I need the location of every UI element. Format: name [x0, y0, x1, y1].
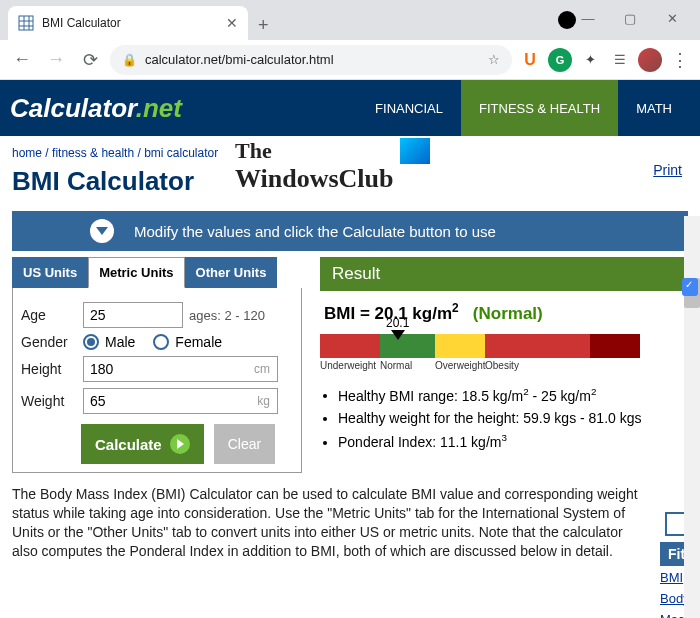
minimize-button[interactable]: — [568, 4, 608, 32]
age-hint: ages: 2 - 120 [189, 308, 265, 323]
main-nav: FINANCIAL FITNESS & HEALTH MATH [357, 80, 690, 136]
female-label: Female [175, 334, 222, 350]
weight-label: Weight [21, 393, 77, 409]
tab-us-units[interactable]: US Units [12, 257, 88, 288]
nav-fitness-health[interactable]: FITNESS & HEALTH [461, 80, 618, 136]
result-panel: Result BMI = 20.1 kg/m2 (Normal) 20.1 Un… [320, 257, 688, 473]
calculate-button[interactable]: Calculate [81, 424, 204, 464]
reading-list-icon[interactable]: ☰ [608, 48, 632, 72]
bullet-ponderal: Ponderal Index: 11.1 kg/m3 [338, 431, 688, 453]
logo-main: Calculator [10, 93, 136, 123]
female-radio[interactable] [153, 334, 169, 350]
result-header: Result [320, 257, 688, 291]
scale-obesity [485, 334, 590, 358]
content-header: home / fitness & health / bmi calculator… [0, 136, 700, 211]
tab-title: BMI Calculator [42, 16, 218, 30]
vertical-scrollbar[interactable] [684, 216, 700, 618]
print-link[interactable]: Print [653, 162, 682, 178]
instruction-banner: Modify the values and click the Calculat… [12, 211, 688, 251]
crumb-home[interactable]: home [12, 146, 42, 160]
lock-icon: 🔒 [122, 53, 137, 67]
site-logo[interactable]: Calculator.net [10, 93, 182, 124]
star-icon[interactable]: ☆ [488, 52, 500, 67]
bullet-healthy-range: Healthy BMI range: 18.5 kg/m2 - 25 kg/m2 [338, 385, 688, 407]
svg-rect-0 [19, 16, 33, 30]
result-status: (Normal) [473, 304, 543, 323]
watermark-text: The WindowsClub [235, 138, 394, 194]
nav-financial[interactable]: FINANCIAL [357, 80, 461, 136]
crumb-page[interactable]: bmi calculator [144, 146, 218, 160]
tab-close-icon[interactable]: ✕ [226, 15, 238, 31]
browser-menu-icon[interactable]: ⋮ [668, 48, 692, 72]
tab-metric-units[interactable]: Metric Units [88, 257, 184, 288]
male-radio[interactable] [83, 334, 99, 350]
height-input[interactable] [83, 356, 278, 382]
result-value: BMI = 20.1 kg/m2 (Normal) [320, 291, 688, 330]
male-label: Male [105, 334, 135, 350]
tab-other-units[interactable]: Other Units [185, 257, 278, 288]
chevron-down-circle-icon[interactable] [90, 219, 114, 243]
address-bar[interactable]: 🔒 calculator.net/bmi-calculator.html ☆ [110, 45, 512, 75]
logo-net: .net [136, 93, 182, 123]
nav-math[interactable]: MATH [618, 80, 690, 136]
forward-button[interactable]: → [42, 46, 70, 74]
height-label: Height [21, 361, 77, 377]
back-button[interactable]: ← [8, 46, 36, 74]
window-controls: — ▢ ✕ [560, 0, 700, 36]
scale-underweight [320, 334, 380, 358]
age-input[interactable] [83, 302, 183, 328]
bmi-pointer: 20.1 [386, 316, 409, 340]
unit-tabs: US Units Metric Units Other Units [12, 257, 302, 288]
tab-favicon [18, 15, 34, 31]
clear-button[interactable]: Clear [214, 424, 275, 464]
calculator-form: US Units Metric Units Other Units Age ag… [12, 257, 302, 473]
extension-u-icon[interactable]: U [518, 48, 542, 72]
close-window-button[interactable]: ✕ [652, 4, 692, 32]
browser-tab-strip: BMI Calculator ✕ + — ▢ ✕ [0, 0, 700, 40]
scale-obesity-high [590, 334, 640, 358]
bullet-healthy-weight: Healthy weight for the height: 59.9 kgs … [338, 408, 688, 429]
site-header: Calculator.net FINANCIAL FITNESS & HEALT… [0, 80, 700, 136]
extension-grammarly-icon[interactable]: G [548, 48, 572, 72]
extensions-puzzle-icon[interactable]: ✦ [578, 48, 602, 72]
new-tab-button[interactable]: + [248, 11, 279, 40]
browser-toolbar: ← → ⟳ 🔒 calculator.net/bmi-calculator.ht… [0, 40, 700, 80]
scale-labels: Underweight Normal Overweight Obesity [320, 360, 688, 371]
weight-input[interactable] [83, 388, 278, 414]
result-bullets: Healthy BMI range: 18.5 kg/m2 - 25 kg/m2… [320, 379, 688, 453]
maximize-button[interactable]: ▢ [610, 4, 650, 32]
watermark-icon [400, 138, 430, 164]
age-label: Age [21, 307, 77, 323]
weight-unit: kg [257, 394, 270, 408]
banner-text: Modify the values and click the Calculat… [134, 223, 496, 240]
reload-button[interactable]: ⟳ [76, 46, 104, 74]
profile-avatar[interactable] [638, 48, 662, 72]
description-text: The Body Mass Index (BMI) Calculator can… [0, 473, 700, 561]
browser-tab[interactable]: BMI Calculator ✕ [8, 6, 248, 40]
bmi-scale: 20.1 Underweight Normal Overweight Obesi… [320, 334, 688, 371]
url-text: calculator.net/bmi-calculator.html [145, 52, 480, 67]
scale-overweight [435, 334, 485, 358]
gender-label: Gender [21, 334, 77, 350]
shield-icon[interactable] [682, 278, 698, 296]
play-icon [170, 434, 190, 454]
crumb-fitness[interactable]: fitness & health [52, 146, 134, 160]
height-unit: cm [254, 362, 270, 376]
